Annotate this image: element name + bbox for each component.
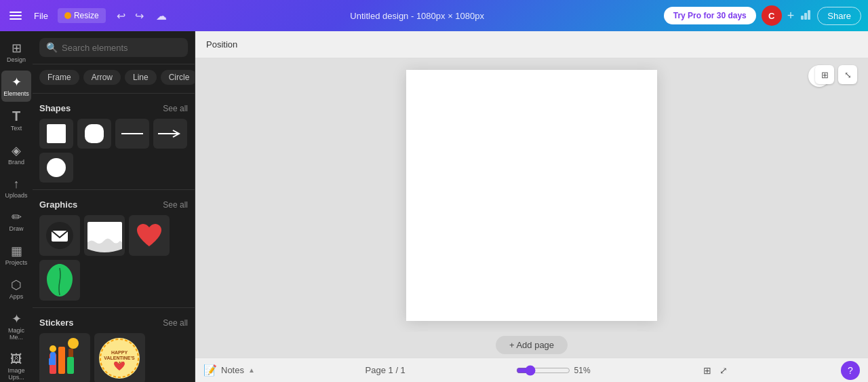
graphic-torn-paper[interactable] [84,215,125,256]
sidebar-design-label: Design [7,57,26,64]
try-pro-button[interactable]: Try Pro for 30 days [664,7,756,24]
shape-circle[interactable] [39,153,73,183]
sidebar-item-elements[interactable]: ✦ Elements [1,71,31,102]
email-graphic [46,222,73,249]
sidebar-magic-label: Magic Me... [4,328,28,341]
shape-rounded[interactable] [77,119,111,149]
undo-button[interactable]: ↩ [113,7,130,25]
sidebar-brand-label: Brand [8,159,24,166]
graphics-header: Graphics See all [39,199,188,210]
apps-icon: ⬡ [11,278,22,292]
canvas-topbar: Position [195,31,868,58]
shape-line[interactable] [115,119,149,149]
svg-rect-4 [804,13,807,20]
graphics-title: Graphics [39,199,77,210]
sidebar-elements-label: Elements [3,91,29,98]
share-button[interactable]: Share [817,7,861,25]
sidebar-item-text[interactable]: T Text [1,104,31,136]
expand-frame-button[interactable]: ⊞ [815,65,834,84]
sidebar-apps-label: Apps [9,294,24,301]
notes-button[interactable]: 📝 Notes ▲ [203,364,255,377]
main-content: ⊞ Design ✦ Elements T Text ◈ Brand ↑ Upl… [0,31,868,382]
sidebar-item-uploads[interactable]: ↑ Uploads [1,173,31,204]
file-menu-button[interactable]: File [28,8,54,24]
search-icon: 🔍 [46,42,58,53]
notes-label: Notes [221,365,244,375]
text-icon: T [12,109,20,124]
sidebar-uploads-label: Uploads [5,193,27,199]
valentine-sticker: HAPPY VALENTINE'S DAY [98,337,142,381]
square-preview [47,124,66,143]
sidebar-item-magic[interactable]: ✦ Magic Me... [1,307,31,345]
topbar-right: Try Pro for 30 days C + Share [664,5,861,26]
sidebar-item-brand[interactable]: ◈ Brand [1,139,31,170]
graphic-heart[interactable] [129,215,170,256]
elements-icon: ✦ [12,75,22,90]
shapes-grid [39,119,188,183]
resize-dot [64,12,71,19]
design-icon: ⊞ [12,41,22,56]
sidebar-projects-label: Projects [5,260,28,267]
svg-rect-18 [52,358,56,365]
design-title: Untitled design - 1080px × 1080px [350,11,484,21]
shape-arrow[interactable] [153,119,187,149]
circle-preview [47,158,66,177]
invite-button[interactable]: + [787,9,795,23]
sidebar-item-draw[interactable]: ✏ Draw [1,206,31,237]
quick-tag-circle[interactable]: Circle [161,70,195,85]
projects-icon: ▦ [11,244,22,259]
white-canvas [406,70,657,321]
canvas-area: Position ↻ ⊞ ⤡ + Add page 📝 Notes [195,31,868,382]
graphic-leaf[interactable] [39,260,80,301]
expand-view-button[interactable]: ⤢ [717,364,730,377]
rounded-preview [85,124,104,143]
svg-text:VALENTINE'S: VALENTINE'S [104,356,135,360]
sidebar-text-label: Text [11,126,22,132]
sidebar-item-design[interactable]: ⊞ Design [1,37,31,68]
search-input[interactable] [62,43,181,53]
sticker-chart-person[interactable] [39,333,90,382]
zoom-controls: 51% [516,365,591,376]
canvas-workspace[interactable]: ↻ ⊞ ⤡ [195,58,868,332]
stickers-see-all-button[interactable]: See all [163,318,188,328]
shape-square[interactable] [39,119,73,149]
redo-button[interactable]: ↪ [131,7,148,25]
shapes-see-all-button[interactable]: See all [163,104,188,113]
torn-paper-graphic [86,218,123,252]
resize-button[interactable]: Resize [58,8,106,23]
view-buttons: ⊞ ⤢ [701,364,730,377]
canvas-bottombar: 📝 Notes ▲ Page 1 / 1 51% ⊞ ⤢ ? [195,358,868,382]
sidebar-item-projects[interactable]: ▦ Projects [1,240,31,271]
topbar-left: File Resize ↩ ↪ ☁ [7,7,171,25]
graphic-email[interactable] [39,215,80,256]
zoom-slider[interactable] [516,365,570,376]
grid-view-button[interactable]: ⊞ [701,364,714,377]
sticker-valentine[interactable]: HAPPY VALENTINE'S DAY [94,333,145,382]
avatar[interactable]: C [762,5,782,26]
quick-tag-frame[interactable]: Frame [39,70,79,85]
magic-icon: ✦ [12,311,22,326]
stickers-section: Stickers See all [33,311,195,382]
helper-button[interactable]: ? [841,361,860,380]
sidebar-item-apps[interactable]: ⬡ Apps [1,273,31,305]
resize-frame-button[interactable]: ⤡ [838,65,857,84]
quick-tag-arrow[interactable]: Arrow [83,70,121,85]
add-page-button[interactable]: + Add page [496,336,568,354]
topbar-center: Untitled design - 1080px × 1080px [176,11,658,21]
svg-rect-2 [9,18,22,20]
notes-icon: 📝 [203,364,217,377]
icon-sidebar: ⊞ Design ✦ Elements T Text ◈ Brand ↑ Upl… [0,31,33,382]
stickers-title: Stickers [39,318,74,328]
sidebar-image-label: Image Ups... [4,368,28,381]
quick-tag-line[interactable]: Line [125,70,157,85]
graphics-see-all-button[interactable]: See all [163,200,188,210]
stickers-grid: HAPPY VALENTINE'S DAY [39,333,188,382]
add-page-bar: + Add page [195,332,868,358]
divider-stickers [33,307,195,308]
sidebar-item-image[interactable]: 🖼 Image Ups... [1,348,31,382]
search-bar: 🔍 [33,31,195,64]
menu-icon-button[interactable] [7,7,24,24]
analytics-button[interactable] [800,9,812,23]
svg-rect-0 [9,12,22,13]
canvas-frame-buttons: ⊞ ⤡ [815,65,857,84]
